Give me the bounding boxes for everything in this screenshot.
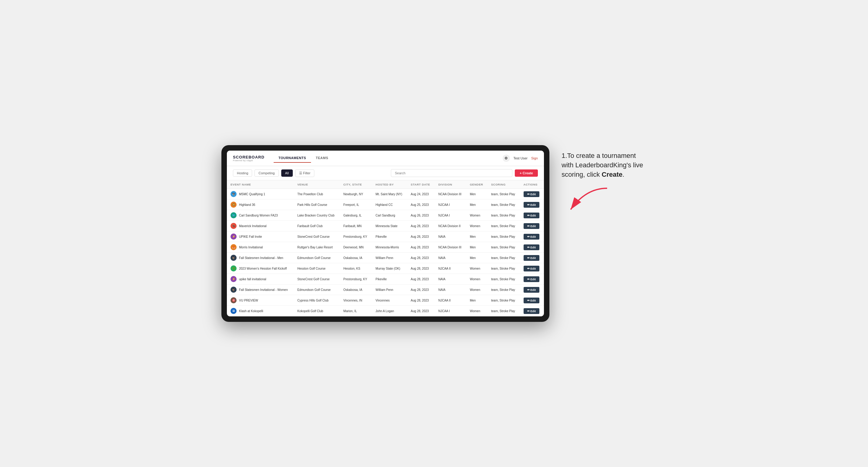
table-row: ⚡ UPIKE Fall Invite StoneCrest Golf Cour… [227,231,544,242]
cell-actions: ✏ Edit [520,242,544,253]
cell-event-name: 🎯 VU PREVIEW [227,295,294,306]
edit-button[interactable]: ✏ Edit [524,266,540,272]
cell-city-state: Deerwood, MN [340,242,372,253]
arrow-svg [562,182,616,219]
search-box [391,169,513,177]
table-body: 🦅 MSMC Qualifying 1 The Powelton Club Ne… [227,189,544,316]
cell-hosted-by: Pikeville [372,231,407,242]
cell-venue: StoneCrest Golf Course [294,274,340,284]
event-name-text: Maverick Invitational [239,224,267,228]
cell-hosted-by: Minnesota State [372,221,407,231]
cell-start-date: Aug 28, 2023 [407,253,435,263]
cell-start-date: Aug 28, 2023 [407,231,435,242]
cell-event-name: 🦊 Morris Invitational [227,242,294,253]
cell-venue: The Powelton Club [294,189,340,199]
table-row: 🌿 2023 Women's Hesston Fall Kickoff Hess… [227,263,544,274]
table-row: ⚡ upike fall invitational StoneCrest Gol… [227,274,544,284]
header-right: ⚙ Test User Sign [503,155,538,162]
cell-gender: Men [466,199,488,210]
cell-city-state: Hesston, KS [340,263,372,274]
event-icon: 🦅 [230,287,237,293]
edit-button[interactable]: ✏ Edit [524,308,540,314]
cell-event-name: 🏛 Klash at Kokopelli [227,306,294,316]
edit-button[interactable]: ✏ Edit [524,213,540,218]
cell-city-state: Marion, IL [340,306,372,316]
cell-venue: Faribault Golf Club [294,221,340,231]
hosting-filter-button[interactable]: Hosting [233,169,252,177]
cell-start-date: Aug 28, 2023 [407,263,435,274]
cell-gender: Men [466,242,488,253]
cell-hosted-by: Carl Sandburg [372,210,407,221]
cell-actions: ✏ Edit [520,295,544,306]
cell-venue: Edmundson Golf Course [294,253,340,263]
col-actions: ACTIONS [520,180,544,189]
table-row: 🦊 Morris Invitational Ruttger's Bay Lake… [227,242,544,253]
cell-division: NJCAA I [435,306,466,316]
cell-scoring: team, Stroke Play [488,210,520,221]
table-row: 🦅 Fall Statesmen Invitational - Men Edmu… [227,253,544,263]
col-city-state: CITY, STATE [340,180,372,189]
create-button[interactable]: + Create [515,169,538,177]
cell-event-name: 🌿 2023 Women's Hesston Fall Kickoff [227,263,294,274]
cell-venue: Park Hills Golf Course [294,199,340,210]
event-icon: 🎯 [230,297,237,303]
tab-tournaments[interactable]: TOURNAMENTS [274,154,311,163]
logo-text: SCOREBOARD [233,155,265,159]
cell-actions: ✏ Edit [520,221,544,231]
cell-venue: Kokopelli Golf Club [294,306,340,316]
cell-start-date: Aug 26, 2023 [407,210,435,221]
sign-button[interactable]: Sign [531,156,538,160]
cell-division: NJCAA I [435,199,466,210]
cell-scoring: team, Stroke Play [488,231,520,242]
cell-venue: Ruttger's Bay Lake Resort [294,242,340,253]
cell-gender: Women [466,221,488,231]
filter-icon-button[interactable]: ☰ Filter [295,169,315,177]
cell-division: NAIA [435,274,466,284]
cell-actions: ✏ Edit [520,210,544,221]
edit-button[interactable]: ✏ Edit [524,234,540,240]
event-name-text: Fall Statesmen Invitational - Women [239,288,288,291]
cell-scoring: team, Stroke Play [488,306,520,316]
cell-start-date: Aug 28, 2023 [407,295,435,306]
edit-button[interactable]: ✏ Edit [524,191,540,197]
event-name-text: MSMC Qualifying 1 [239,192,265,196]
edit-button[interactable]: ✏ Edit [524,276,540,282]
cell-event-name: 🦅 MSMC Qualifying 1 [227,189,294,199]
edit-button[interactable]: ✏ Edit [524,244,540,250]
cell-actions: ✏ Edit [520,284,544,295]
cell-gender: Men [466,189,488,199]
edit-button[interactable]: ✏ Edit [524,287,540,293]
all-filter-button[interactable]: All [281,169,293,177]
cell-gender: Women [466,284,488,295]
tab-teams[interactable]: TEAMS [311,154,333,163]
edit-button[interactable]: ✏ Edit [524,223,540,229]
cell-division: NJCAA II [435,263,466,274]
event-name-text: UPIKE Fall Invite [239,235,262,238]
table-row: 🐂 Maverick Invitational Faribault Golf C… [227,221,544,231]
cell-scoring: team, Stroke Play [488,263,520,274]
event-name-text: Morris Invitational [239,246,263,249]
cell-hosted-by: Mt. Saint Mary (NY) [372,189,407,199]
nav-tabs: TOURNAMENTS TEAMS [274,154,333,163]
cell-city-state: Galesburg, IL [340,210,372,221]
cell-venue: Cypress Hills Golf Club [294,295,340,306]
table-header: EVENT NAME VENUE CITY, STATE HOSTED BY S… [227,180,544,189]
table-row: 🦅 MSMC Qualifying 1 The Powelton Club Ne… [227,189,544,199]
event-icon: 🦁 [230,201,237,208]
edit-button[interactable]: ✏ Edit [524,255,540,261]
search-input[interactable] [391,169,513,177]
logo-sub: Powered by clippit [233,159,265,161]
competing-filter-button[interactable]: Competing [254,169,279,177]
edit-button[interactable]: ✏ Edit [524,298,540,303]
col-division: DIVISION [435,180,466,189]
app-header: SCOREBOARD Powered by clippit TOURNAMENT… [227,151,544,166]
cell-actions: ✏ Edit [520,274,544,284]
user-text: Test User [514,156,528,160]
settings-icon[interactable]: ⚙ [503,155,510,162]
event-name-text: VU PREVIEW [239,299,258,302]
cell-city-state: Freeport, IL [340,199,372,210]
edit-button[interactable]: ✏ Edit [524,202,540,208]
cell-division: NAIA [435,284,466,295]
cell-hosted-by: Vincennes [372,295,407,306]
cell-scoring: team, Stroke Play [488,221,520,231]
